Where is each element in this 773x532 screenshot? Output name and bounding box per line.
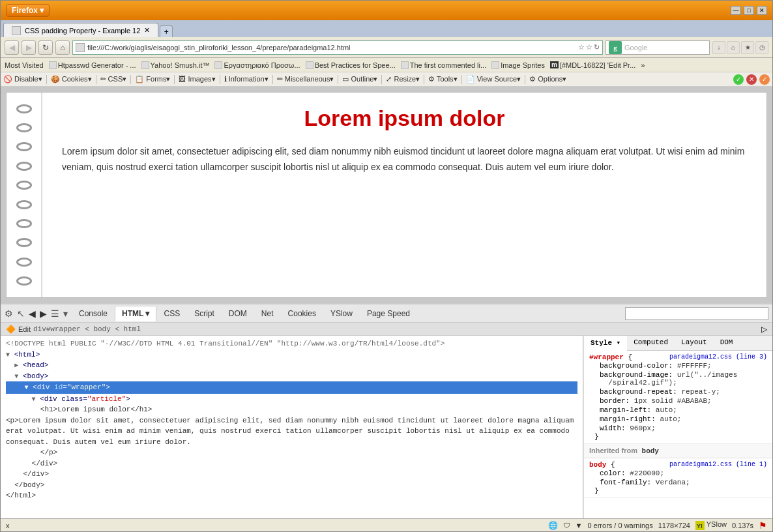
devbar-viewsource[interactable]: 📄 View Source▾ <box>466 75 521 83</box>
html-line-div-close1: </div> <box>6 458 577 469</box>
devbar-miscellaneous[interactable]: ✏ Miscellaneous▾ <box>277 75 334 83</box>
reload-button[interactable]: ↻ <box>38 40 53 55</box>
devtools-forward-btn[interactable]: ▶ <box>40 308 47 319</box>
forward-button[interactable]: ▶ <box>22 40 36 55</box>
devbar-css[interactable]: ✏ CSS▾ <box>100 75 127 83</box>
devbar-information[interactable]: ℹ Information▾ <box>224 75 269 83</box>
search-engine-icon: g <box>609 41 622 54</box>
bookmark-favicon-5 <box>401 61 409 69</box>
devtools-tab-script[interactable]: Script <box>187 306 222 321</box>
star-icon[interactable]: ☆ <box>578 43 585 52</box>
devbar-sep-1 <box>46 75 47 84</box>
address-bar[interactable]: file:///C:/work/giaglis/eisagogi_stin_pl… <box>72 40 603 55</box>
style-prop-font-family: font-family: Verdana; <box>589 478 767 487</box>
devtools-pointer-icon[interactable]: ↖ <box>17 308 25 319</box>
devbar-sep-8 <box>381 75 382 84</box>
browser-tab[interactable]: CSS padding Property - Example 12 ✕ <box>3 23 158 37</box>
style-source-wrapper[interactable]: paradeigma12.css (line 3) <box>669 353 767 361</box>
nav-extra-icons: ↓ ⌂ ★ ◷ <box>712 41 768 54</box>
close-button[interactable]: ✕ <box>757 6 767 15</box>
style-source-body[interactable]: paradeigma12.css (line 1) <box>669 461 767 468</box>
home-button[interactable]: ⌂ <box>55 40 70 55</box>
inherited-label: Inherited from <box>589 447 637 454</box>
bookmark-image-sprites[interactable]: Image Sprites <box>491 61 545 69</box>
style-prop-border: border: 1px solid #ABABAB; <box>589 396 767 406</box>
bookmark-htpasswd[interactable]: Htpasswd Generator - ... <box>49 61 136 69</box>
devtools-tab-dom[interactable]: DOM <box>222 306 254 321</box>
devtools-menu-icon[interactable]: ☰ <box>51 308 59 319</box>
status-globe-icon: 🌐 <box>548 521 558 530</box>
back-button[interactable]: ◀ <box>5 40 19 55</box>
bookmark-favicon-7: m <box>550 61 559 68</box>
devtools-tab-pagespeed[interactable]: Page Speed <box>360 306 417 321</box>
bookmark-most-visited[interactable]: Most Visited <box>5 61 44 69</box>
style-prop-margin-right: margin-right: auto; <box>589 415 767 424</box>
style-rule-body-close: } <box>589 487 767 495</box>
maximize-button[interactable]: □ <box>744 6 754 15</box>
style-prop-bg-repeat: background-repeat: repeat-y; <box>589 387 767 396</box>
bookmark-ergastirio[interactable]: Εργαστηριακό Προσω... <box>214 61 300 69</box>
search-bar[interactable]: g Google <box>605 40 710 55</box>
html-line-wrapper[interactable]: ▼ <div id="wrapper"> <box>6 381 577 394</box>
devtools-tab-yslow[interactable]: YSlow <box>323 306 360 321</box>
devbar-outline[interactable]: ▭ Outline▾ <box>342 75 377 83</box>
devbar-options[interactable]: ⚙ Options▾ <box>529 75 566 83</box>
style-tab-layout[interactable]: Layout <box>675 336 714 350</box>
devtools-tab-net[interactable]: Net <box>254 306 281 321</box>
style-rule-close: } <box>589 433 767 441</box>
devbar-images[interactable]: 🖼 Images▾ <box>179 75 215 83</box>
status-time: 0.137s <box>732 522 753 529</box>
inherited-section: Inherited from body <box>584 444 772 458</box>
html-line-p-close: </p> <box>6 447 577 458</box>
tab-favicon <box>12 26 21 35</box>
bookmark-favicon-3 <box>214 61 222 69</box>
devtools-search-input[interactable] <box>625 307 768 320</box>
devbar-sep-10 <box>461 75 462 84</box>
bookmarks-bar: Most Visited Htpasswd Generator - ... Ya… <box>1 58 772 72</box>
devtools-toolbar: ⚙ ↖ ◀ ▶ ☰ ▾ Console HTML ▾ CSS Script DO… <box>1 304 772 323</box>
html-line-article: ▼ <div class="article"> <box>6 394 577 405</box>
html-line-h1: <h1>Lorem ipsum dolor</h1> <box>6 404 577 415</box>
bookmark-best-practices[interactable]: Best Practices for Spee... <box>306 61 396 69</box>
star2-icon[interactable]: ☆ <box>586 43 592 52</box>
style-tab-style[interactable]: Style ▾ <box>584 336 627 351</box>
devtools-dropdown-icon[interactable]: ▾ <box>63 308 68 319</box>
status-dimensions: 1178×724 <box>658 522 690 529</box>
style-tab-dom[interactable]: DOM <box>714 336 740 350</box>
devbar-disable[interactable]: 🚫 Disable▾ <box>3 75 42 83</box>
bookmark-icon[interactable]: ★ <box>741 41 754 54</box>
firefox-menu-button[interactable]: Firefox <box>6 4 50 17</box>
new-tab-button[interactable]: + <box>160 25 173 37</box>
devbar-forms[interactable]: 📋 Forms▾ <box>135 75 170 83</box>
bookmark-more[interactable]: » <box>641 61 645 69</box>
tab-close-icon[interactable]: ✕ <box>144 26 150 35</box>
devbar-cookies[interactable]: 🍪 Cookies▾ <box>51 75 92 83</box>
style-prop-margin-left: margin-left: auto; <box>589 406 767 415</box>
bookmark-yahoo[interactable]: Yahoo! Smush.it™ <box>141 61 210 69</box>
devtools-back-btn[interactable]: ◀ <box>29 308 36 319</box>
html-tab-arrow: ▾ <box>145 309 149 318</box>
breadcrumb-path: div#wrapper < body < html <box>33 325 141 333</box>
breadcrumb-expand-icon[interactable]: ▷ <box>761 325 767 334</box>
bookmark-mdl[interactable]: m [#MDL-16822] 'Edit Pr... <box>550 61 635 69</box>
minimize-button[interactable]: — <box>731 6 741 15</box>
history-icon[interactable]: ◷ <box>755 41 768 54</box>
devtools-tab-console[interactable]: Console <box>72 306 115 321</box>
devtools-inspect-icon[interactable]: ⚙ <box>5 308 13 319</box>
download-icon[interactable]: ↓ <box>712 41 725 54</box>
devtools-tab-css[interactable]: CSS <box>156 306 187 321</box>
devtools-tab-html[interactable]: HTML ▾ <box>115 306 156 321</box>
style-tab-computed[interactable]: Computed <box>627 336 675 350</box>
spiral-ring-1 <box>16 104 32 113</box>
home2-icon[interactable]: ⌂ <box>727 41 740 54</box>
style-rule-header: #wrapper { paradeigma12.css (line 3) <box>589 353 767 361</box>
breadcrumb-edit[interactable]: Edit <box>18 325 31 333</box>
devtools-panel: ⚙ ↖ ◀ ▶ ☰ ▾ Console HTML ▾ CSS Script DO… <box>1 303 772 518</box>
devbar-resize[interactable]: ⤢ Resize▾ <box>386 75 420 83</box>
refresh-small-icon[interactable]: ↻ <box>594 43 600 52</box>
devbar-check-green: ✓ <box>733 74 744 85</box>
bookmark-first-commented[interactable]: The first commented li... <box>401 61 486 69</box>
devtools-tab-cookies[interactable]: Cookies <box>281 306 323 321</box>
devbar-tools[interactable]: ⚙ Tools▾ <box>428 75 458 83</box>
spiral-ring-8 <box>16 238 32 247</box>
